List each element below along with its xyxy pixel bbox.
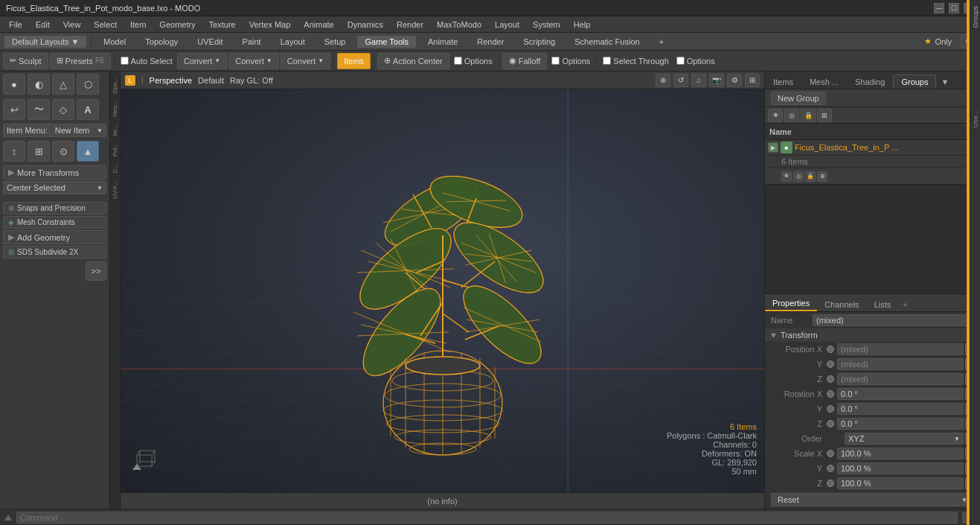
tab-setup[interactable]: Setup (317, 36, 353, 48)
prop-pos-x-dot[interactable] (827, 346, 834, 353)
viewport-3d[interactable]: .leaf { fill: #3a5a25; stroke: #e8a020; … (121, 89, 764, 492)
tri-tool[interactable]: △ (52, 74, 74, 95)
minimize-button[interactable]: — (934, 3, 944, 13)
vert-tab-uvf[interactable]: UV-F... (111, 178, 119, 202)
rp-prop-tab-plus[interactable]: + (898, 298, 912, 311)
rp-prop-tab-channels[interactable]: Channels (817, 298, 866, 311)
reset-button[interactable]: Reset ▼ (771, 493, 974, 506)
prop-scale-y-dot[interactable] (827, 465, 834, 472)
prop-position-y-input[interactable] (837, 358, 964, 370)
prop-scale-z-dot[interactable] (827, 480, 834, 487)
vert-tab-dpo[interactable]: Dpo... (111, 74, 119, 96)
tab-model[interactable]: Model (96, 36, 133, 48)
more-transforms-btn[interactable]: ▶ More Transforms (3, 165, 106, 179)
menu-maxtomodo[interactable]: MaxToModo (431, 19, 487, 31)
menu-help[interactable]: Help (568, 19, 597, 31)
tab-add[interactable]: + (652, 36, 671, 48)
prop-scale-z-input[interactable] (837, 477, 964, 489)
menu-file[interactable]: File (3, 19, 28, 31)
circle-tool[interactable]: ⊙ (52, 141, 74, 162)
vp-nav-icon[interactable]: ⊕ (656, 74, 670, 87)
half-tool[interactable]: ◐ (28, 74, 50, 95)
rp-tab-shading[interactable]: Shading (847, 74, 893, 89)
rp-item-expand[interactable]: ▶ (768, 142, 778, 153)
prop-rot-z-dot[interactable] (827, 420, 834, 427)
perspective-label[interactable]: Perspective (150, 76, 192, 85)
expand-button[interactable]: >> (86, 261, 106, 281)
rp-tab-groups[interactable]: Groups (893, 74, 936, 89)
convert2-button[interactable]: Convert ▼ (228, 53, 278, 69)
grid-tool[interactable]: ⊞ (28, 141, 50, 162)
items-button[interactable]: Items (337, 53, 371, 69)
tab-paint[interactable]: Paint (235, 36, 269, 48)
wave-tool[interactable]: 〜 (28, 99, 50, 120)
menu-layout[interactable]: Layout (489, 19, 525, 31)
vp-settings-icon[interactable]: ⚙ (727, 74, 742, 87)
prop-rotation-x-input[interactable] (837, 388, 964, 400)
diamond-tool[interactable]: ◇ (52, 99, 74, 120)
rp-item-eye[interactable]: 👁 (781, 171, 792, 182)
new-group-button[interactable]: New Group (771, 92, 826, 105)
menu-dynamics[interactable]: Dynamics (342, 19, 389, 31)
menu-geometry[interactable]: Geometry (153, 19, 201, 31)
convert1-button[interactable]: Convert ▼ (177, 53, 227, 69)
prop-pos-z-dot[interactable] (827, 375, 834, 383)
ray-gl-label[interactable]: Ray GL: Off (230, 76, 273, 85)
add-geometry-btn[interactable]: ▶ Add Geometry (3, 230, 106, 244)
options2-checkbox[interactable] (551, 57, 560, 65)
menu-animate[interactable]: Animate (298, 19, 339, 31)
text-tool[interactable]: A (77, 99, 99, 120)
undo-tool[interactable]: ↩ (3, 99, 25, 120)
tab-layout[interactable]: Layout (273, 36, 313, 48)
vert-tab-ite[interactable]: Ite... (111, 121, 119, 139)
center-selected-dropdown[interactable]: Center Selected ▼ (3, 181, 106, 194)
sphere-tool[interactable]: ● (3, 74, 25, 95)
rp-tab-mesh[interactable]: Mesh ... (801, 74, 847, 89)
rp-item-row[interactable]: ▶ ■ Ficus_Elastica_Tree_in_P ... (765, 140, 980, 156)
vert-tab-c[interactable]: C... (111, 161, 119, 176)
prop-rotation-y-input[interactable] (837, 403, 964, 415)
convert3-button[interactable]: Convert ▼ (281, 53, 330, 69)
menu-edit[interactable]: Edit (30, 19, 56, 31)
vp-expand-icon[interactable]: ⊞ (745, 74, 760, 87)
menu-view[interactable]: View (57, 19, 87, 31)
rp-merge-icon[interactable]: ⊞ (817, 109, 832, 122)
rp-eye-icon[interactable]: 👁 (768, 109, 783, 122)
rp-strip-groups[interactable]: Groups (970, 3, 981, 31)
rp-item-merge[interactable]: ⊞ (817, 171, 827, 182)
command-input[interactable] (16, 512, 958, 524)
rp-lock-icon[interactable]: 🔒 (801, 109, 816, 122)
snaps-precision-btn[interactable]: ⊕ Snaps and Precision (3, 202, 106, 214)
prop-name-input[interactable] (813, 314, 974, 326)
menu-render[interactable]: Render (391, 19, 429, 31)
prop-rot-y-dot[interactable] (827, 405, 834, 413)
tab-animate[interactable]: Animate (420, 36, 465, 48)
sculpt-button[interactable]: ✏ Sculpt (3, 53, 48, 69)
pivot-tool[interactable]: ▲ (77, 141, 99, 162)
prop-position-x-input[interactable] (837, 343, 964, 355)
default-label[interactable]: Default (198, 76, 224, 85)
tab-topology[interactable]: Topology (138, 36, 185, 48)
prop-rotation-z-input[interactable] (837, 418, 964, 430)
menu-select[interactable]: Select (88, 19, 123, 31)
prop-scale-y-input[interactable] (837, 462, 964, 474)
item-menu-dropdown[interactable]: Item Menu: New Item ▼ (3, 124, 106, 137)
mesh-constraints-btn[interactable]: ◈ Mesh Constraints (3, 216, 106, 229)
hex-tool[interactable]: ⬡ (77, 74, 99, 95)
sds-subdivide-btn[interactable]: ⊞ SDS Subdivide 2X (3, 246, 106, 258)
options3-checkbox[interactable] (676, 57, 685, 65)
tab-game-tools[interactable]: Game Tools (357, 36, 416, 48)
rp-tab-items[interactable]: Items (765, 74, 801, 89)
layout-default-button[interactable]: Default Layouts ▼ (4, 36, 86, 48)
vert-tab-neo[interactable]: Neo... (111, 98, 119, 119)
tab-render[interactable]: Render (470, 36, 511, 48)
prop-scale-x-dot[interactable] (827, 450, 834, 457)
tab-schematic[interactable]: Schematic Fusion (567, 36, 647, 48)
prop-rot-x-dot[interactable] (827, 390, 834, 398)
select-through-checkbox[interactable] (603, 57, 611, 65)
move-tool[interactable]: ↕ (3, 141, 25, 162)
options1-checkbox[interactable] (454, 57, 462, 65)
prop-pos-y-dot[interactable] (827, 360, 834, 368)
vp-zoom-icon[interactable]: ⌕ (691, 74, 706, 87)
rp-tab-more[interactable]: ▼ (936, 75, 953, 89)
